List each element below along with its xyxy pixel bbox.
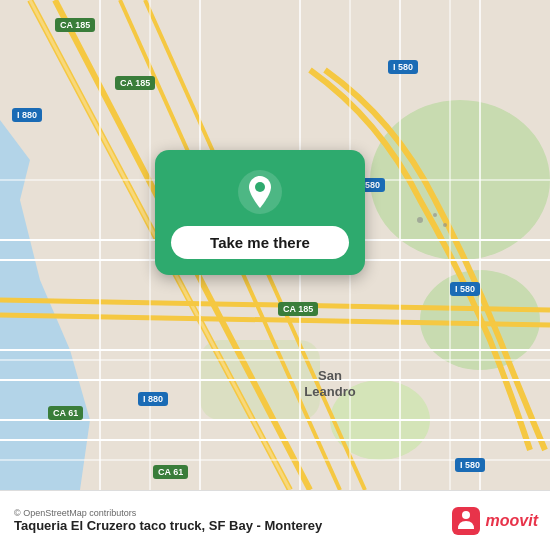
svg-point-35 bbox=[443, 223, 447, 227]
shield-i880-bot: I 880 bbox=[138, 392, 168, 406]
bottom-left-info: © OpenStreetMap contributors Taqueria El… bbox=[14, 508, 322, 533]
svg-point-34 bbox=[433, 213, 437, 217]
svg-point-33 bbox=[417, 217, 423, 223]
take-me-there-button[interactable]: Take me there bbox=[171, 226, 349, 259]
shield-ca185-top: CA 185 bbox=[55, 18, 95, 32]
shield-ca61-bot: CA 61 bbox=[153, 465, 188, 479]
svg-point-37 bbox=[255, 182, 265, 192]
shield-ca185-mid: CA 185 bbox=[278, 302, 318, 316]
location-title: Taqueria El Cruzero taco truck, SF Bay -… bbox=[14, 518, 322, 533]
shield-ca185-top-left: CA 185 bbox=[115, 76, 155, 90]
shield-i580-right: I 580 bbox=[450, 282, 480, 296]
shield-i880-left: I 880 bbox=[12, 108, 42, 122]
svg-text:San: San bbox=[318, 368, 342, 383]
svg-text:Leandro: Leandro bbox=[304, 384, 355, 399]
shield-i580-bot: I 580 bbox=[455, 458, 485, 472]
moovit-label: moovit bbox=[486, 512, 538, 530]
attribution-text: © OpenStreetMap contributors bbox=[14, 508, 322, 518]
map-container: San Leandro CA 185 I 880 I 580 I 580 I 5… bbox=[0, 0, 550, 490]
svg-point-39 bbox=[462, 511, 470, 519]
bottom-bar: © OpenStreetMap contributors Taqueria El… bbox=[0, 490, 550, 550]
shield-i580-top: I 580 bbox=[388, 60, 418, 74]
location-pin-icon bbox=[238, 170, 282, 214]
card-overlay: Take me there bbox=[155, 150, 365, 275]
moovit-icon bbox=[452, 507, 480, 535]
moovit-logo: moovit bbox=[452, 507, 538, 535]
shield-ca61: CA 61 bbox=[48, 406, 83, 420]
